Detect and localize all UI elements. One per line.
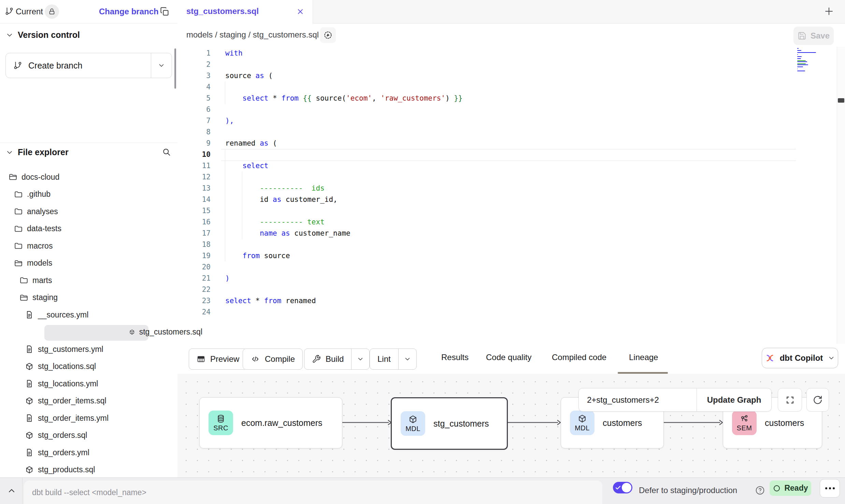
status-badge[interactable]: Ready [770,480,811,496]
breadcrumb-row: models / staging / stg_customers.sql Sav… [177,24,845,47]
tree-item-stg-orders-yml[interactable]: stg_orders.yml [0,444,202,461]
file-icon [25,414,34,423]
model-cube-icon [25,465,34,474]
refresh-button[interactable] [806,388,829,412]
lineage-canvas[interactable]: SRC ecom.raw_customers MDL stg_customers… [177,374,845,477]
tab-code-quality[interactable]: Code quality [486,353,531,362]
code-line: ---------- text [225,217,462,228]
editor-toolbar: Preview Compile Build Lint [177,344,845,374]
model-cube-icon [25,362,34,371]
line-number: 12 [177,172,211,183]
line-number: 17 [177,228,211,239]
command-placeholder: dbt build --select <model_name> [32,488,146,497]
defer-toggle[interactable] [613,482,632,493]
code-line [225,104,462,115]
tree-item-staging[interactable]: staging [0,289,197,306]
change-branch-link[interactable]: Change branch [99,7,159,16]
file-label: stg_products.sql [38,465,95,474]
editor-scrollbar-handle[interactable] [838,98,844,103]
code-line: ) [225,273,462,284]
tab-bar: stg_customers.sql [177,0,845,24]
file-label: data-tests [27,224,61,233]
copy-branch-button[interactable] [160,7,169,16]
more-options-button[interactable] [820,479,840,498]
chevron-down-icon [404,355,411,363]
tab-compiled-code[interactable]: Compiled code [552,353,606,362]
tree-item-stg-locations-sql[interactable]: stg_locations.sql [0,358,202,375]
command-input[interactable]: dbt build --select <model_name> [24,480,602,504]
lineage-node-source[interactable]: SRC ecom.raw_customers [199,397,342,448]
tab-results[interactable]: Results [441,353,469,362]
lineage-node-stg-customers[interactable]: MDL stg_customers [391,397,508,450]
badge-label: SEM [737,424,752,432]
tree-item-analyses[interactable]: analyses [0,203,191,220]
code-line: select * from renamed [225,295,462,307]
code-editor[interactable]: 123456789101112131415161718192021222324 … [177,47,845,344]
tree-item-stg-customers-sql[interactable]: stg_customers.sql [0,324,202,341]
file-explorer-title: File explorer [18,147,69,157]
dbt-copilot-button[interactable]: dbt Copilot [762,348,838,368]
tree-item-models[interactable]: models [0,255,191,272]
expand-command-bar-button[interactable] [7,486,16,495]
tree-item-stg-order-items-yml[interactable]: stg_order_items.yml [0,410,202,427]
compile-label: Compile [265,354,295,364]
tree-item-stg-locations-yml[interactable]: stg_locations.yml [0,375,202,392]
sidebar-scrollbar[interactable] [174,48,176,89]
chevron-down-icon [5,31,14,39]
network-icon [740,414,749,424]
update-graph-button[interactable]: Update Graph [697,388,771,411]
lint-button[interactable]: Lint [370,349,417,370]
tree-item--github[interactable]: .github [0,186,191,203]
help-icon[interactable] [755,485,765,495]
chevron-down-icon [5,148,14,157]
tree-item-data-tests[interactable]: data-tests [0,220,191,237]
build-button[interactable]: Build [304,349,370,370]
git-branch-icon [5,7,14,16]
tree-item--sources-yml[interactable]: __sources.yml [0,306,202,323]
model-cube-icon [25,431,34,440]
tree-item-macros[interactable]: macros [0,237,191,254]
code-minimap[interactable] [797,48,817,73]
file-explorer-header[interactable]: File explorer [5,147,69,157]
line-number: 15 [177,205,211,217]
tab-lineage[interactable]: Lineage [629,353,658,362]
line-number: 22 [177,284,211,295]
file-icon [25,448,34,457]
tab-close-button[interactable] [296,8,304,16]
dbt-copilot-icon [765,353,775,363]
tree-item-stg-products-sql[interactable]: stg_products.sql [0,461,202,478]
tree-item-docs-cloud[interactable]: docs-cloud [0,168,186,186]
tree-item-stg-orders-sql[interactable]: stg_orders.sql [0,427,202,444]
preview-label: Preview [210,354,239,364]
chevron-down-icon [828,354,835,362]
lint-dropdown[interactable] [398,349,416,369]
compile-button[interactable]: Compile [243,349,303,370]
sidebar: Current Change branch Version control Cr… [0,0,178,477]
tree-item-marts[interactable]: marts [0,272,197,289]
preview-button[interactable]: Preview [189,349,247,370]
tree-item-stg-order-items-sql[interactable]: stg_order_items.sql [0,392,202,410]
branch-locked-badge [45,4,59,19]
version-control-header[interactable]: Version control [5,30,80,40]
lineage-edge [506,418,561,427]
file-actions-button[interactable] [320,27,336,43]
code-content[interactable]: withsource as ( select * from {{ source(… [225,48,462,318]
lineage-edge [663,418,724,427]
code-line [225,262,462,273]
editor-scrollbar[interactable] [837,47,845,344]
file-search-button[interactable] [162,147,171,157]
fullscreen-button[interactable] [778,388,802,412]
section-divider [0,143,177,143]
create-branch-button[interactable]: Create branch [5,53,172,78]
create-branch-dropdown[interactable] [151,53,172,78]
tree-item-stg-customers-yml[interactable]: stg_customers.yml [0,341,202,358]
save-button[interactable]: Save [793,27,834,45]
file-label: stg_orders.yml [38,448,89,457]
code-line: renamed as ( [225,138,462,149]
new-tab-button[interactable] [823,5,835,17]
database-icon [216,414,226,424]
tab-stg-customers[interactable]: stg_customers.sql [177,0,313,24]
build-label: Build [326,354,344,364]
build-dropdown[interactable] [351,349,369,369]
lineage-selector-input[interactable]: 2+stg_customers+2 [579,388,697,411]
